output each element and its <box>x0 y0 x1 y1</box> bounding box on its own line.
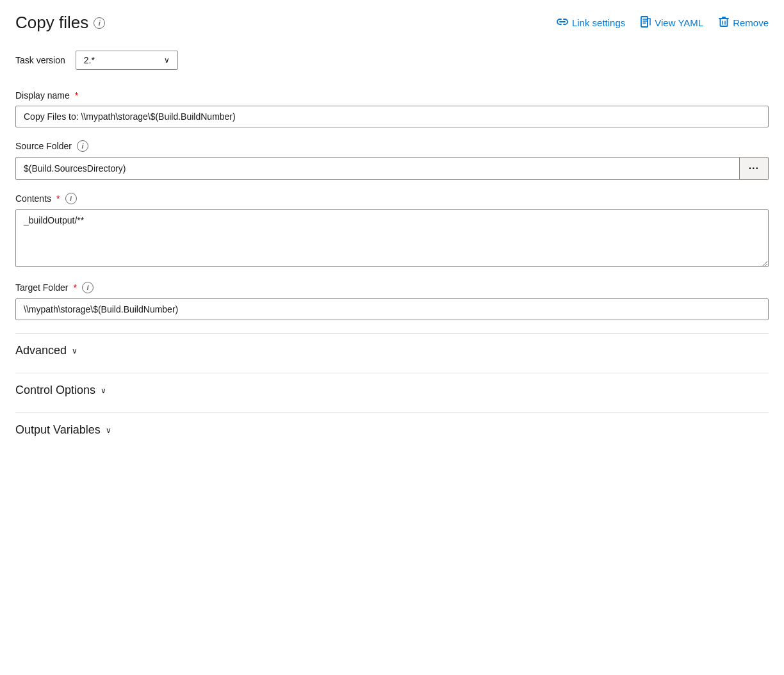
link-settings-button[interactable]: Link settings <box>557 17 625 29</box>
output-variables-chevron-icon: ∨ <box>106 426 111 435</box>
version-value: 2.* <box>84 55 95 65</box>
output-variables-section: Output Variables ∨ <box>15 412 769 447</box>
ellipsis-label: ··· <box>749 163 759 174</box>
control-options-header[interactable]: Control Options ∨ <box>15 373 769 407</box>
advanced-header[interactable]: Advanced ∨ <box>15 333 769 368</box>
source-folder-section: Source Folder i ··· <box>15 140 769 180</box>
control-options-title: Control Options <box>15 384 95 397</box>
target-folder-info-icon[interactable]: i <box>82 282 94 293</box>
header-left: Copy files i <box>15 13 105 33</box>
task-version-row: Task version 2.* ∨ <box>15 51 769 70</box>
target-folder-required: * <box>73 282 76 293</box>
task-version-select[interactable]: 2.* ∨ <box>76 51 178 70</box>
target-folder-label: Target Folder <box>15 282 68 293</box>
svg-rect-1 <box>721 19 728 26</box>
contents-required: * <box>56 193 60 204</box>
svg-rect-0 <box>641 17 648 27</box>
output-variables-header[interactable]: Output Variables ∨ <box>15 412 769 447</box>
source-folder-info-icon[interactable]: i <box>77 140 88 152</box>
link-icon <box>557 17 568 29</box>
control-options-chevron-icon: ∨ <box>101 386 106 395</box>
source-folder-input[interactable] <box>15 157 740 180</box>
yaml-icon <box>641 16 651 30</box>
advanced-title: Advanced <box>15 344 67 357</box>
link-settings-label: Link settings <box>572 17 625 28</box>
target-folder-input[interactable] <box>15 298 769 320</box>
view-yaml-button[interactable]: View YAML <box>641 16 703 30</box>
output-variables-title: Output Variables <box>15 423 101 437</box>
remove-button[interactable]: Remove <box>719 16 769 30</box>
source-folder-label: Source Folder <box>15 141 72 151</box>
source-folder-browse-button[interactable]: ··· <box>740 157 769 180</box>
display-name-label-row: Display name * <box>15 90 769 101</box>
view-yaml-label: View YAML <box>655 17 703 28</box>
advanced-chevron-icon: ∨ <box>72 346 78 355</box>
source-folder-label-row: Source Folder i <box>15 140 769 152</box>
contents-label-row: Contents * i <box>15 193 769 204</box>
trash-icon <box>719 16 729 30</box>
contents-section: Contents * i _buildOutput/** <box>15 193 769 269</box>
display-name-label: Display name <box>15 90 70 101</box>
contents-textarea[interactable]: _buildOutput/** <box>15 209 769 267</box>
target-folder-label-row: Target Folder * i <box>15 282 769 293</box>
remove-label: Remove <box>733 17 769 28</box>
header-actions: Link settings View YAML <box>557 16 769 30</box>
task-version-label: Task version <box>15 55 65 65</box>
control-options-section: Control Options ∨ <box>15 373 769 407</box>
contents-info-icon[interactable]: i <box>65 193 77 204</box>
page-header: Copy files i Link settings <box>15 13 769 33</box>
contents-label: Contents <box>15 193 51 204</box>
version-chevron-icon: ∨ <box>164 56 170 65</box>
display-name-section: Display name * <box>15 90 769 127</box>
page-title: Copy files <box>15 13 88 33</box>
title-info-icon[interactable]: i <box>94 17 105 29</box>
display-name-required: * <box>75 90 78 101</box>
advanced-section: Advanced ∨ <box>15 333 769 368</box>
target-folder-section: Target Folder * i <box>15 282 769 320</box>
source-folder-input-row: ··· <box>15 157 769 180</box>
display-name-input[interactable] <box>15 106 769 127</box>
